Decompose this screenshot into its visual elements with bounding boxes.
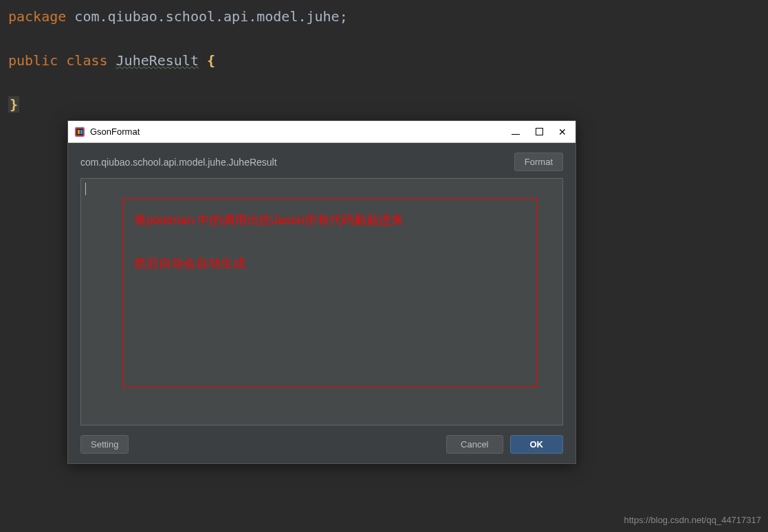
- keyword-package: package: [8, 8, 66, 25]
- class-path-label: com.qiubao.school.api.model.juhe.JuheRes…: [80, 157, 507, 168]
- setting-button[interactable]: Setting: [80, 435, 129, 454]
- annotation-line-1: 将postman 中的调用出的Jason所有代码黏贴进来: [134, 211, 526, 230]
- close-brace: }: [8, 96, 19, 113]
- code-line-blank: [8, 71, 760, 93]
- svg-rect-3: [80, 130, 83, 134]
- code-line-5: }: [8, 93, 760, 115]
- text-cursor: [85, 183, 86, 195]
- keyword-public: public: [8, 52, 58, 69]
- code-line-blank: [8, 27, 760, 49]
- close-button[interactable]: [558, 127, 567, 137]
- maximize-button[interactable]: [534, 127, 544, 137]
- class-name: JuheResult: [116, 52, 199, 69]
- minimize-button[interactable]: [511, 127, 520, 137]
- maximize-icon: [536, 128, 543, 135]
- code-line-3: public class JuheResult {: [8, 49, 760, 71]
- window-controls: [511, 127, 570, 137]
- dialog-footer: Setting Cancel OK: [80, 435, 563, 454]
- cancel-button[interactable]: Cancel: [446, 435, 503, 454]
- watermark: https://blog.csdn.net/qq_44717317: [624, 515, 762, 525]
- gsonformat-dialog: GsonFormat com.qiubao.school.api.model.j…: [67, 120, 576, 464]
- dialog-body: com.qiubao.school.api.model.juhe.JuheRes…: [68, 143, 575, 463]
- code-line-1: package com.qiubao.school.api.model.juhe…: [8, 5, 760, 27]
- code-editor[interactable]: package com.qiubao.school.api.model.juhe…: [0, 0, 768, 121]
- minimize-icon: [512, 129, 520, 135]
- ok-button[interactable]: OK: [510, 435, 564, 454]
- open-brace: {: [207, 52, 215, 69]
- format-button[interactable]: Format: [514, 153, 563, 171]
- annotation-line-2: 然后自动会自动生成: [134, 254, 526, 273]
- class-path-row: com.qiubao.school.api.model.juhe.JuheRes…: [80, 153, 563, 171]
- annotation-box: 将postman 中的调用出的Jason所有代码黏贴进来 然后自动会自动生成: [122, 198, 538, 388]
- app-icon: [74, 126, 86, 138]
- dialog-title: GsonFormat: [90, 126, 511, 137]
- dialog-title-bar[interactable]: GsonFormat: [68, 121, 575, 143]
- semicolon: ;: [340, 8, 348, 25]
- package-path: com.qiubao.school.api.model.juhe: [66, 8, 339, 25]
- keyword-class: class: [66, 52, 107, 69]
- svg-rect-2: [78, 130, 80, 134]
- json-input-textarea[interactable]: 将postman 中的调用出的Jason所有代码黏贴进来 然后自动会自动生成: [80, 178, 563, 425]
